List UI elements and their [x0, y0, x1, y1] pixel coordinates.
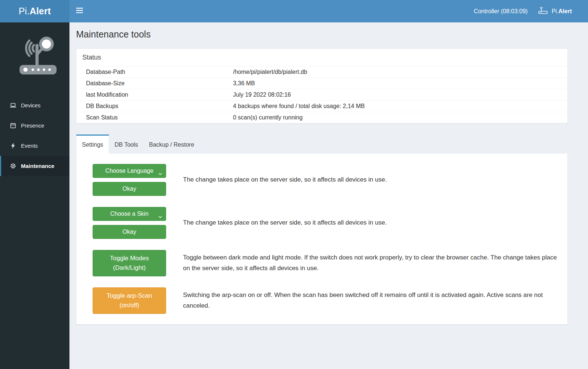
sidebar-item-label: Events	[21, 143, 38, 149]
skin-setting-description: The change takes place on the server sid…	[183, 218, 387, 228]
status-row-database-path: Database-Path /home/pi/pialert/db/pialer…	[76, 67, 567, 78]
language-setting-description: The change takes place on the server sid…	[183, 175, 387, 185]
tab-bar: Settings DB Tools Backup / Restore	[76, 135, 568, 154]
app-logo-bold: Alert	[29, 6, 51, 17]
page-title: Maintenance tools	[76, 29, 568, 40]
hamburger-icon	[76, 8, 83, 15]
sidebar: Devices Presence Events Maintenance	[0, 22, 69, 369]
toggle-modes-button-line2: (Dark/Light)	[113, 263, 146, 273]
status-label: last Modification	[86, 92, 233, 98]
sidebar-item-label: Presence	[21, 122, 44, 129]
tab-db-tools[interactable]: DB Tools	[109, 135, 144, 154]
toggle-arpscan-description: Switching the arp-scan on or off. When t…	[183, 290, 560, 311]
content-area: Maintenance tools Status Database-Path /…	[69, 22, 588, 369]
status-label: DB Backups	[86, 103, 233, 110]
navbar: Controller (08:03:09) Pi.Alert	[69, 0, 588, 22]
bolt-icon	[10, 143, 16, 149]
choose-language-select[interactable]: Choose Language	[93, 164, 166, 178]
choose-skin-select-value: Choose a Skin	[110, 211, 148, 217]
status-row-database-size: Database-Size 3,36 MB	[76, 78, 567, 89]
settings-tab-panel: Choose Language Okay The change takes pl…	[76, 154, 568, 325]
gear-icon	[10, 163, 16, 169]
navbar-brand-prefix: Pi.	[552, 8, 559, 14]
status-value: 3,36 MB	[233, 80, 562, 87]
status-row-scan-status: Scan Status 0 scan(s) currently running	[76, 112, 567, 123]
top-navbar: Pi.Alert Controller (08:03:09) Pi.Alert	[0, 0, 588, 22]
status-panel: Status Database-Path /home/pi/pialert/db…	[76, 49, 568, 123]
calendar-icon	[10, 122, 16, 129]
toggle-modes-setting-row: Toggle Modes (Dark/Light) Toggle between…	[93, 250, 560, 276]
choose-language-select-value: Choose Language	[105, 168, 154, 174]
sidebar-item-label: Maintenance	[21, 163, 54, 169]
app-logo[interactable]: Pi.Alert	[0, 0, 69, 22]
toggle-arpscan-button-line2: (on/off)	[119, 301, 139, 310]
toggle-modes-button[interactable]: Toggle Modes (Dark/Light)	[93, 250, 166, 276]
maintenance-tabs-block: Settings DB Tools Backup / Restore Choos…	[76, 135, 568, 325]
sidebar-item-presence[interactable]: Presence	[0, 115, 69, 136]
status-panel-title: Status	[76, 49, 567, 67]
sidebar-toggle-button[interactable]	[71, 0, 88, 22]
sidebar-menu: Devices Presence Events Maintenance	[0, 95, 69, 176]
sidebar-item-label: Devices	[21, 102, 40, 108]
status-label: Database-Path	[86, 69, 233, 75]
router-icon	[538, 7, 548, 16]
tab-backup-restore[interactable]: Backup / Restore	[144, 135, 200, 154]
status-value: 0 scan(s) currently running	[233, 114, 562, 121]
navbar-right: Controller (08:03:09) Pi.Alert	[474, 7, 588, 16]
language-okay-button[interactable]: Okay	[93, 182, 166, 196]
skin-setting-row: Choose a Skin Okay The change takes plac…	[93, 207, 560, 239]
sidebar-item-devices[interactable]: Devices	[0, 95, 69, 115]
status-table: Database-Path /home/pi/pialert/db/pialer…	[76, 67, 567, 123]
skin-okay-button[interactable]: Okay	[93, 225, 166, 239]
toggle-modes-controls: Toggle Modes (Dark/Light)	[93, 250, 166, 276]
navbar-brand-link[interactable]: Pi.Alert	[538, 7, 572, 16]
status-label: Scan Status	[86, 114, 233, 121]
status-value: 4 backups where found / total disk usage…	[233, 103, 562, 110]
sidebar-logo	[0, 22, 69, 89]
tab-settings[interactable]: Settings	[76, 135, 109, 154]
navbar-brand-bold: Alert	[559, 8, 572, 14]
router-scan-logo-icon	[7, 33, 63, 81]
toggle-arpscan-setting-row: Toggle arp-Scan (on/off) Switching the a…	[93, 287, 560, 314]
sidebar-item-events[interactable]: Events	[0, 136, 69, 156]
status-label: Database-Size	[86, 80, 233, 87]
skin-controls: Choose a Skin Okay	[93, 207, 166, 239]
app-logo-prefix: Pi.	[19, 6, 30, 17]
toggle-arpscan-button[interactable]: Toggle arp-Scan (on/off)	[93, 287, 166, 314]
chevron-down-icon	[158, 213, 162, 220]
status-row-last-modification: last Modification July 19 2022 08:02:16	[76, 89, 567, 101]
toggle-modes-button-line1: Toggle Modes	[110, 254, 149, 263]
laptop-icon	[10, 102, 16, 108]
status-value: /home/pi/pialert/db/pialert.db	[233, 69, 562, 75]
chevron-down-icon	[158, 170, 162, 177]
toggle-modes-description: Toggle between dark mode and light mode.…	[183, 252, 560, 274]
choose-skin-select[interactable]: Choose a Skin	[93, 207, 166, 221]
toggle-arpscan-button-line1: Toggle arp-Scan	[107, 291, 152, 301]
language-controls: Choose Language Okay	[93, 164, 166, 196]
language-setting-row: Choose Language Okay The change takes pl…	[93, 164, 560, 196]
status-row-db-backups: DB Backups 4 backups where found / total…	[76, 101, 567, 112]
toggle-arpscan-controls: Toggle arp-Scan (on/off)	[93, 287, 166, 314]
controller-status[interactable]: Controller (08:03:09)	[474, 8, 528, 15]
status-value: July 19 2022 08:02:16	[233, 92, 562, 98]
sidebar-item-maintenance[interactable]: Maintenance	[0, 156, 69, 176]
